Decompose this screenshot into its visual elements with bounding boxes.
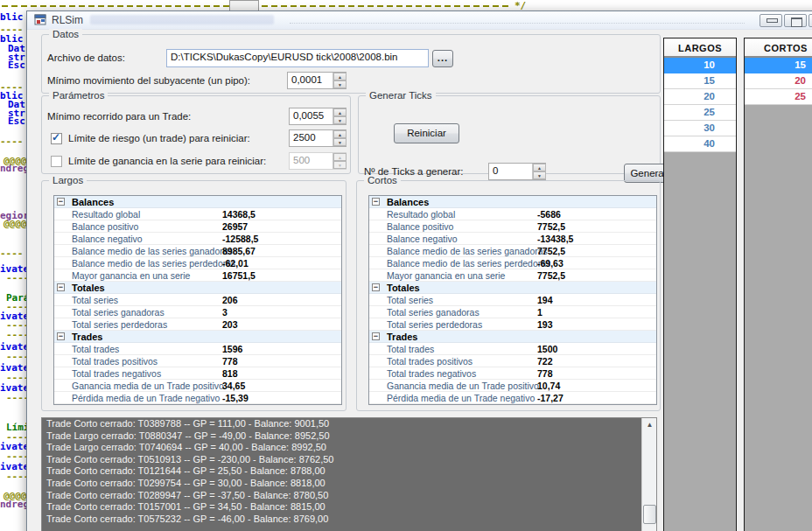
- archivo-input[interactable]: D:\TICKS\DukasCopy\EURUSD tick\2008\2008…: [166, 49, 429, 67]
- stat-row[interactable]: Pérdida media de un Trade negativo-15,39: [54, 392, 341, 404]
- stat-row[interactable]: Total trades positivos778: [54, 355, 341, 367]
- grid-row[interactable]: 25: [745, 89, 812, 105]
- scroll-thumb[interactable]: [643, 505, 656, 524]
- grid-row[interactable]: 15: [745, 58, 812, 73]
- scroll-up-icon[interactable]: ▲: [643, 418, 656, 431]
- grid-row[interactable]: 20: [664, 89, 736, 105]
- category-row[interactable]: −Totales: [369, 282, 656, 294]
- stat-value: 203: [222, 318, 238, 331]
- log-line[interactable]: Trade Largo cerrado: T0740694 -- GP = 40…: [42, 442, 656, 454]
- stat-row[interactable]: Total trades1596: [54, 343, 341, 355]
- spin-up-icon[interactable]: ▲: [333, 73, 346, 80]
- stat-row[interactable]: Resultado global14368,5: [54, 208, 341, 220]
- log-line[interactable]: Trade Largo cerrado: T0880347 -- GP = -4…: [42, 430, 656, 443]
- category-row[interactable]: −Trades: [54, 331, 341, 343]
- stat-label: Pérdida media de un Trade negativo: [72, 392, 220, 404]
- stat-row[interactable]: Total series perdedoras193: [369, 318, 656, 331]
- stat-row[interactable]: Balance medio de las series ganadoras775…: [369, 245, 656, 257]
- ganancia-checkbox[interactable]: [51, 156, 62, 167]
- collapse-icon[interactable]: −: [372, 198, 380, 206]
- stat-value: -5686: [537, 208, 561, 220]
- log-line[interactable]: Trade Corto cerrado: T0121644 -- GP = 25…: [42, 465, 656, 478]
- spin-up-icon[interactable]: ▲: [533, 164, 546, 171]
- ganancia-stepper[interactable]: 500 ▲▼: [289, 152, 346, 170]
- stat-row[interactable]: Balance negativo-13438,5: [369, 233, 656, 245]
- stat-row[interactable]: Balance medio de las series perdedoras-6…: [54, 257, 341, 269]
- close-button[interactable]: [808, 14, 812, 27]
- code-fragment: ----: [6, 329, 26, 340]
- stat-row[interactable]: Mayor ganancia en una serie16751,5: [54, 269, 341, 282]
- stat-row[interactable]: Ganancia media de un Trade positivo34,65: [54, 380, 341, 392]
- pipo-stepper[interactable]: 0,0001 ▲ ▼: [287, 72, 346, 89]
- grid-row[interactable]: 40: [664, 136, 736, 152]
- stat-row[interactable]: Total series ganadoras3: [54, 306, 341, 318]
- riesgo-stepper[interactable]: 2500 ▲▼: [289, 129, 346, 147]
- grid-row[interactable]: 30: [664, 121, 736, 136]
- stat-value: 7752,5: [537, 220, 565, 233]
- stat-row[interactable]: Total series206: [54, 294, 341, 306]
- spin-up-icon[interactable]: ▲: [333, 130, 346, 138]
- log-line[interactable]: Trade Corto cerrado: T0510913 -- GP = -2…: [42, 454, 656, 466]
- log-line[interactable]: Trade Corto cerrado: T0389788 -- GP = 11…: [42, 418, 656, 430]
- stat-label: Mayor ganancia en una serie: [387, 269, 505, 282]
- collapse-icon[interactable]: −: [57, 283, 65, 291]
- stat-row[interactable]: Balance medio de las series ganadoras898…: [54, 245, 341, 257]
- stat-value: 7752,5: [537, 245, 565, 257]
- app-icon: [34, 14, 47, 26]
- grid-row[interactable]: 15: [664, 73, 736, 89]
- trade-log-listbox[interactable]: Trade Corto cerrado: T0389788 -- GP = 11…: [41, 417, 657, 531]
- stat-row[interactable]: Total series ganadoras1: [369, 306, 656, 318]
- collapse-icon[interactable]: −: [372, 283, 380, 291]
- log-scrollbar[interactable]: ▲ ▼: [641, 418, 656, 531]
- log-line[interactable]: Trade Corto cerrado: T0575232 -- GP = -4…: [42, 514, 656, 526]
- category-row[interactable]: −Trades: [369, 331, 656, 343]
- stat-row[interactable]: Balance positivo7752,5: [369, 220, 656, 233]
- riesgo-checkbox[interactable]: ✓: [51, 133, 62, 144]
- recorrido-stepper[interactable]: 0,0055 ▲▼: [289, 108, 346, 125]
- stat-row[interactable]: Mayor ganancia en una serie7752,5: [369, 269, 656, 282]
- collapse-icon[interactable]: −: [372, 332, 380, 340]
- spin-down-icon[interactable]: ▼: [333, 80, 346, 88]
- minimize-button[interactable]: [760, 14, 782, 27]
- log-line[interactable]: Trade Corto cerrado: T0157001 -- GP = 34…: [42, 501, 656, 514]
- stat-row[interactable]: Total series perdedoras203: [54, 318, 341, 331]
- title-bar[interactable]: RLSim: [27, 11, 812, 30]
- stat-value: 778: [222, 355, 238, 367]
- stat-row[interactable]: Total series194: [369, 294, 656, 306]
- stat-value: 34,65: [222, 380, 245, 392]
- grid-row[interactable]: 10: [664, 58, 736, 73]
- scroll-down-icon[interactable]: ▼: [643, 527, 656, 531]
- stat-row[interactable]: Total trades negativos818: [54, 367, 341, 380]
- spin-up-icon[interactable]: ▲: [333, 108, 346, 116]
- stat-row[interactable]: Balance negativo-12588,5: [54, 233, 341, 245]
- grid-row[interactable]: 25: [664, 105, 736, 121]
- grid-row[interactable]: 20: [745, 73, 812, 89]
- stat-value: 1: [537, 306, 542, 318]
- category-row[interactable]: −Balances: [54, 196, 341, 208]
- stat-row[interactable]: Pérdida media de un Trade negativo-17,27: [369, 392, 656, 404]
- spin-down-icon[interactable]: ▼: [333, 116, 346, 124]
- maximize-button[interactable]: [784, 14, 807, 27]
- stat-row[interactable]: Total trades positivos722: [369, 355, 656, 367]
- stat-row[interactable]: Total trades1500: [369, 343, 656, 355]
- log-line[interactable]: Trade Corto cerrado: T0299754 -- GP = 30…: [42, 478, 656, 490]
- collapse-icon[interactable]: −: [57, 332, 65, 340]
- log-line[interactable]: Trade Corto cerrado: T0289947 -- GP = -3…: [42, 490, 656, 502]
- grid-largos-header[interactable]: LARGOS: [664, 38, 736, 58]
- category-row[interactable]: −Balances: [369, 196, 656, 208]
- stat-row[interactable]: Balance medio de las series perdedoras-6…: [369, 257, 656, 269]
- browse-button[interactable]: ...: [432, 50, 453, 67]
- stat-row[interactable]: Ganancia media de un Trade positivo10,74: [369, 380, 656, 392]
- spin-down-icon[interactable]: ▼: [533, 171, 546, 179]
- stat-row[interactable]: Total trades negativos778: [369, 367, 656, 380]
- reiniciar-button[interactable]: Reiniciar: [394, 123, 459, 143]
- stat-row[interactable]: Balance positivo26957: [54, 220, 341, 233]
- group-generar-ticks-legend: Generar Ticks: [366, 90, 436, 101]
- collapse-icon[interactable]: −: [57, 198, 65, 206]
- ticks-stepper[interactable]: 0 ▲▼: [488, 163, 546, 180]
- grid-cortos-header[interactable]: CORTOS: [745, 38, 812, 58]
- stat-row[interactable]: Resultado global-5686: [369, 208, 656, 220]
- category-row[interactable]: −Totales: [54, 282, 341, 294]
- stat-label: Balance negativo: [72, 233, 143, 245]
- spin-down-icon[interactable]: ▼: [333, 138, 346, 146]
